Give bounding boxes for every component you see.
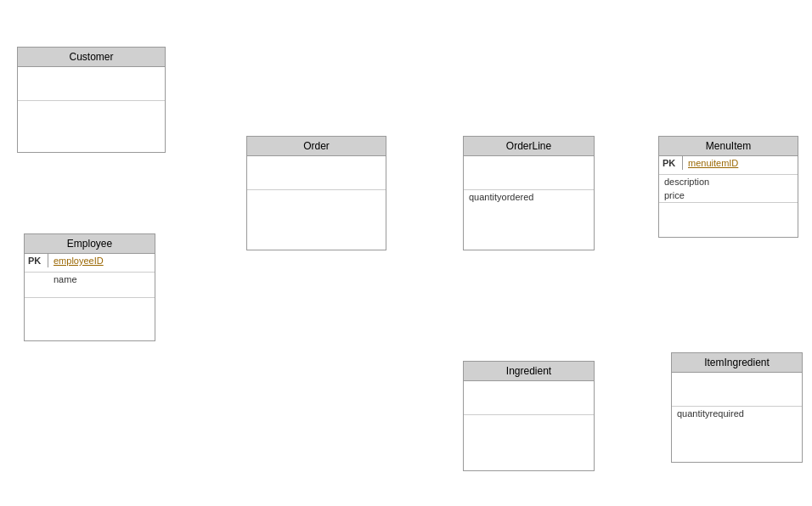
employee-title: Employee: [67, 238, 112, 250]
employee-name-row: name: [25, 273, 155, 298]
ingredient-table-body: [464, 381, 594, 470]
menuitem-empty-row: [659, 203, 798, 237]
itemingredient-qty: quantityrequired: [672, 407, 749, 420]
order-row-1: [247, 156, 386, 190]
employee-table-header: Employee: [25, 234, 155, 254]
employee-pk-row: PK employeeID: [25, 254, 155, 273]
itemingredient-row-1: [672, 373, 802, 407]
orderline-row-1: [464, 156, 594, 190]
menuitem-pk-label: PK: [659, 156, 683, 170]
menuitem-table-header: MenuItem: [659, 137, 798, 156]
customer-table-body: [18, 67, 165, 152]
itemingredient-table: ItemIngredient quantityrequired: [671, 352, 803, 463]
menuitem-price: price: [659, 188, 690, 202]
itemingredient-title: ItemIngredient: [704, 357, 770, 368]
orderline-qty: quantityordered: [464, 190, 539, 204]
employee-name: name: [25, 273, 82, 286]
orderline-table-body: quantityordered: [464, 156, 594, 250]
ingredient-title: Ingredient: [506, 365, 551, 377]
customer-row-2: [18, 101, 165, 152]
menuitem-table-body: PK menuitemID description price: [659, 156, 798, 237]
itemingredient-table-body: quantityrequired: [672, 373, 802, 462]
orderline-title: OrderLine: [506, 140, 551, 152]
order-table: Order: [246, 136, 386, 250]
employee-pk-label: PK: [25, 254, 48, 267]
ingredient-table-header: Ingredient: [464, 362, 594, 381]
employee-empty-row: [25, 298, 155, 340]
menuitem-desc-row: description price: [659, 175, 798, 203]
itemingredient-table-header: ItemIngredient: [672, 353, 802, 373]
orderline-table-header: OrderLine: [464, 137, 594, 156]
order-table-body: [247, 156, 386, 250]
menuitem-table: MenuItem PK menuitemID description price: [658, 136, 798, 238]
customer-table-header: Customer: [18, 48, 165, 67]
ingredient-row-2: [464, 415, 594, 470]
employee-table: Employee PK employeeID name: [24, 233, 155, 341]
customer-table: Customer: [17, 47, 166, 153]
menuitem-pk-field: menuitemID: [683, 156, 743, 170]
order-table-header: Order: [247, 137, 386, 156]
customer-title: Customer: [69, 51, 113, 63]
menuitem-desc: description: [659, 175, 714, 188]
employee-table-body: PK employeeID name: [25, 254, 155, 340]
customer-row-1: [18, 67, 165, 101]
ingredient-table: Ingredient: [463, 361, 595, 471]
order-title: Order: [303, 140, 330, 152]
menuitem-pk-row: PK menuitemID: [659, 156, 798, 175]
itemingredient-qty-row: quantityrequired: [672, 407, 802, 462]
menuitem-title: MenuItem: [706, 140, 751, 152]
orderline-table: OrderLine quantityordered: [463, 136, 595, 250]
employee-pk-field: employeeID: [48, 254, 109, 267]
order-row-2: [247, 190, 386, 250]
ingredient-row-1: [464, 381, 594, 415]
orderline-qty-row: quantityordered: [464, 190, 594, 250]
